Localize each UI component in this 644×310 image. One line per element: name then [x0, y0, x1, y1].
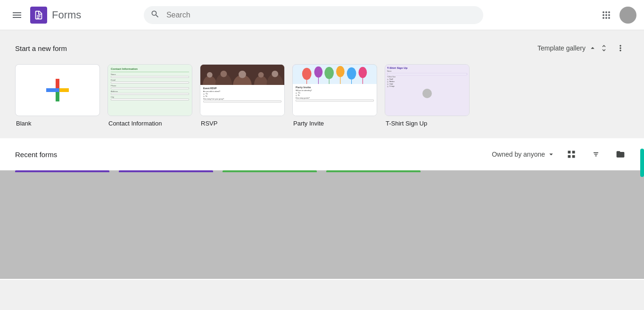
recent-section: Recent forms Owned by anyone [0, 138, 644, 280]
apps-icon-button[interactable] [597, 6, 616, 25]
svg-rect-2 [56, 79, 59, 88]
app-title: Forms [52, 9, 81, 21]
template-card-party[interactable]: Party Invite Will you be attending? Yes … [292, 64, 377, 127]
owned-by-label: Owned by anyone [492, 151, 545, 158]
thumbnail-contact: Contact Information Name Email Phone Add… [107, 64, 192, 116]
menu-icon[interactable] [8, 6, 26, 25]
recent-form-3[interactable] [223, 170, 317, 279]
templates-row: Blank Contact Information Name Email Pho… [15, 64, 629, 127]
svg-point-12 [207, 72, 213, 78]
recent-forms-area [0, 170, 644, 279]
template-header-right: Template gallery [537, 40, 629, 57]
scrollbar[interactable] [640, 149, 644, 186]
start-form-title: Start a new form [15, 44, 67, 52]
recent-form-2[interactable] [119, 170, 213, 279]
svg-point-14 [239, 71, 246, 78]
svg-point-20 [314, 67, 322, 78]
svg-point-13 [221, 71, 227, 77]
svg-point-24 [336, 66, 345, 77]
thumb-party-preview: Party Invite Will you be attending? Yes … [293, 65, 377, 116]
svg-rect-3 [56, 92, 59, 101]
svg-rect-4 [46, 88, 56, 92]
template-card-tshirt[interactable]: T-Shirt Sign Up Name T-Shirt Size Small … [385, 64, 470, 127]
template-card-blank[interactable]: Blank [15, 64, 100, 127]
svg-point-18 [302, 68, 312, 80]
svg-point-28 [358, 67, 367, 78]
header: Forms [0, 0, 644, 30]
expand-icon [588, 44, 597, 52]
template-label-rsvp: RSVP [200, 120, 285, 127]
thumb-tshirt-preview: T-Shirt Sign Up Name T-Shirt Size Small … [385, 65, 469, 116]
search-icon [150, 9, 160, 21]
header-actions [597, 6, 636, 25]
svg-point-16 [272, 71, 278, 77]
svg-point-15 [258, 72, 264, 78]
thumb-contact-preview: Contact Information Name Email Phone Add… [108, 65, 192, 116]
recent-form-1[interactable] [15, 170, 109, 279]
template-card-contact[interactable]: Contact Information Name Email Phone Add… [107, 64, 192, 127]
search-input[interactable] [144, 6, 483, 24]
template-card-rsvp[interactable]: Event RSVP Are you able to attend? Yes N… [200, 64, 285, 127]
recent-controls: Owned by anyone [492, 146, 629, 163]
template-gallery-button[interactable]: Template gallery [537, 44, 608, 52]
template-header: Start a new form Template gallery [15, 40, 629, 57]
template-section: Start a new form Template gallery [0, 30, 644, 138]
logo-icon [30, 7, 47, 24]
recent-header: Recent forms Owned by anyone [15, 146, 629, 163]
dropdown-icon [547, 150, 555, 159]
template-label-blank: Blank [15, 120, 100, 127]
template-gallery-label: Template gallery [537, 44, 586, 52]
svg-point-22 [324, 67, 334, 79]
template-label-contact: Contact Information [107, 120, 192, 127]
search-bar [144, 6, 483, 24]
recent-form-4[interactable] [326, 170, 421, 279]
plus-icon [42, 75, 73, 105]
sort-button[interactable] [587, 146, 604, 163]
template-label-tshirt: T-Shirt Sign Up [385, 120, 470, 127]
svg-rect-5 [59, 88, 69, 92]
more-options-button[interactable] [612, 40, 629, 57]
thumb-rsvp-preview: Event RSVP Are you able to attend? Yes N… [200, 65, 284, 116]
folder-button[interactable] [612, 146, 629, 163]
thumbnail-blank [15, 64, 100, 116]
grid-view-button[interactable] [563, 146, 580, 163]
thumbnail-party: Party Invite Will you be attending? Yes … [292, 64, 377, 116]
template-label-party: Party Invite [292, 120, 377, 127]
owned-by-button[interactable]: Owned by anyone [492, 146, 555, 162]
recent-title: Recent forms [15, 151, 57, 159]
unfold-icon [600, 44, 608, 52]
svg-point-26 [347, 67, 356, 80]
scrollbar-thumb[interactable] [640, 149, 644, 177]
avatar[interactable] [619, 7, 636, 24]
app-logo[interactable]: Forms [30, 7, 81, 24]
thumbnail-rsvp: Event RSVP Are you able to attend? Yes N… [200, 64, 285, 116]
thumbnail-tshirt: T-Shirt Sign Up Name T-Shirt Size Small … [385, 64, 470, 116]
